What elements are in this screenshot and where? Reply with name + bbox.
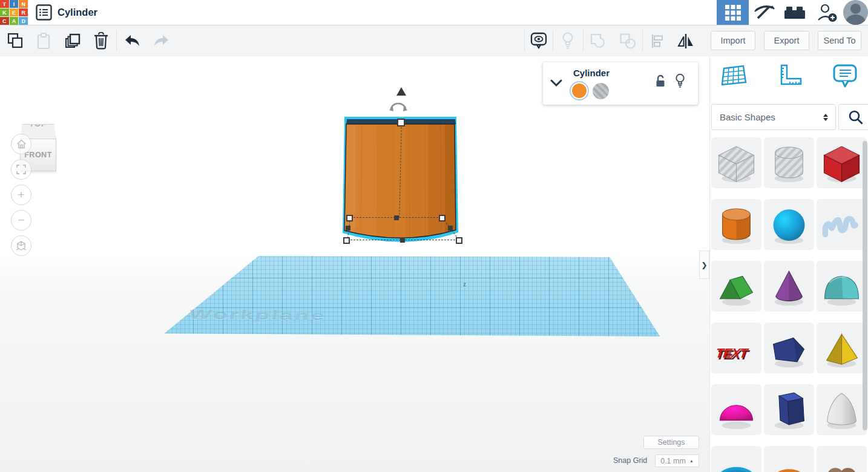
list-menu-icon [36,4,52,21]
send-to-button[interactable]: Send To [818,31,861,50]
shape-tile-cylinder[interactable] [711,199,761,250]
add-person-icon [817,4,838,22]
user-avatar[interactable] [843,0,868,25]
hide-button[interactable] [675,73,685,91]
shape-tile-hexprism[interactable] [764,384,814,435]
design-menu-button[interactable] [36,4,52,21]
midpoint-handle-center[interactable] [394,215,399,220]
trash-icon [93,32,109,50]
shape-tile-box[interactable] [817,137,867,188]
paste-button[interactable] [30,25,58,56]
shape-panel-title: Cylinder [573,68,610,78]
redo-icon [153,34,169,48]
workplane[interactable] [163,252,661,338]
home-view-button[interactable] [11,134,31,154]
midpoint-handle-left[interactable] [346,226,350,231]
paste-icon [36,33,51,50]
light-toggle-button[interactable] [554,25,582,56]
zoom-out-button[interactable]: − [11,210,31,231]
shape-tile-torus[interactable] [711,446,761,472]
shape-tile-roof[interactable] [711,261,761,312]
shape-tile-sphere[interactable] [764,199,814,250]
mirror-button[interactable] [672,25,700,56]
height-scale-handle[interactable] [397,119,405,126]
lock-button[interactable] [655,74,666,90]
blocks-view-button[interactable] [717,0,749,25]
shape-tile-box-transparent[interactable] [711,137,761,188]
avatar-silhouette-body [846,15,866,25]
align-button[interactable] [643,25,671,56]
shape-tile-cylinder-transparent[interactable] [764,137,814,188]
unlock-icon [655,74,666,88]
fit-view-button[interactable] [11,159,31,180]
3d-viewport[interactable]: Workplane TOP FRONT + − [0,56,709,472]
edit-toolbar: Import Export Send To [0,25,868,56]
toolbar-divider [553,30,553,51]
midpoint-handle-right[interactable] [448,226,453,231]
workplane-watermark: Workplane [188,307,327,324]
tinkercad-logo[interactable]: TINKERCAD [0,0,28,25]
brick-export-button[interactable] [780,0,812,25]
logo-letter-tile: C [0,17,9,25]
shape-tile-tube[interactable] [764,446,814,472]
pickaxe-icon [754,4,775,22]
blocks-grid-icon [725,5,741,21]
duplicate-button[interactable] [59,25,87,56]
settings-button[interactable]: Settings [643,436,699,449]
collapse-panel-button[interactable] [550,79,563,90]
lightbulb-small-icon [675,73,685,88]
design-title[interactable]: Cylinder [58,0,97,25]
perspective-toggle-button[interactable] [11,235,31,256]
shape-tile-scribble[interactable] [817,199,867,250]
logo-letter-tile: T [0,0,9,8]
ungroup-button[interactable] [614,25,642,56]
shape-tile-text[interactable]: TEXTTEXT [711,323,761,373]
group-button[interactable] [584,25,612,56]
raise-handle-cone[interactable] [396,87,406,96]
shape-tile-pyramid[interactable] [817,323,867,373]
shape-tile-paraboloid[interactable] [817,384,867,435]
snap-grid-dropdown[interactable]: 0.1 mm ▲ [655,454,699,467]
invite-people-button[interactable] [812,0,843,25]
tinkercad-app: TINKERCAD Cylinder [0,0,868,472]
group-icon [590,33,607,50]
sidebar-scrollbar-thumb[interactable] [863,141,867,430]
duplicate-icon [64,33,81,50]
corner-handle-front-right[interactable] [456,237,462,244]
shape-tile-heart[interactable] [817,446,867,472]
top-bar-right [717,0,868,25]
shape-tile-halfsphere[interactable] [711,384,761,435]
redo-button[interactable] [147,25,175,56]
minecraft-export-button[interactable] [749,0,780,25]
delete-button[interactable] [87,25,115,56]
viewcube-front-label: FRONT [24,151,52,159]
fit-view-icon [16,165,26,174]
logo-letter-tile: D [19,17,28,25]
snap-grid-value: 0.1 mm [660,457,686,465]
snap-grid-label: Snap Grid [613,456,647,465]
export-button[interactable]: Export [764,31,809,50]
eye-bubble-icon [530,32,547,50]
corner-handle-back-right[interactable] [439,215,446,221]
midpoint-handle-front[interactable] [400,238,405,243]
logo-letter-tile: R [19,8,28,16]
corner-handle-back-left[interactable] [346,215,353,221]
copy-icon [7,33,24,49]
sidebar-collapse-tab[interactable]: ❯ [699,251,709,279]
rotate-handle-arrow[interactable] [388,100,409,113]
shape-tile-polygon[interactable] [764,323,814,373]
logo-letter-tile: K [0,8,9,16]
logo-letter-tile: I [10,0,19,8]
mirror-flip-icon [677,33,694,49]
shape-tile-cone[interactable] [764,261,814,312]
undo-button[interactable] [119,25,146,56]
toolbar-divider [642,30,643,51]
copy-button[interactable] [1,25,29,56]
show-all-button[interactable] [525,25,553,56]
zoom-in-button[interactable]: + [11,185,31,205]
shape-tile-roundroof[interactable] [817,261,867,312]
color-swatch-selected[interactable] [570,81,589,100]
import-button[interactable]: Import [711,31,755,50]
transparent-swatch[interactable] [593,83,609,99]
corner-handle-front-left[interactable] [343,237,350,244]
